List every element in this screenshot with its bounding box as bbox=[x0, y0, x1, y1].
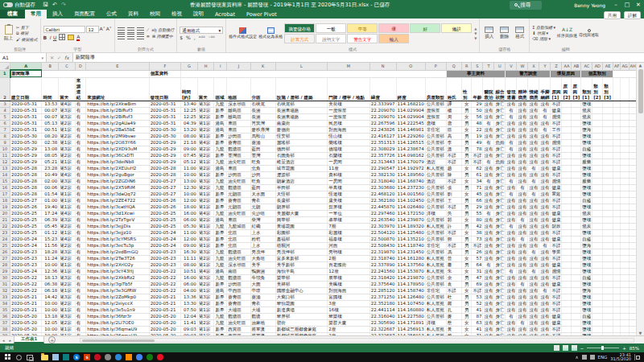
field-header-cell[interactable]: 房屋類型 bbox=[425, 77, 446, 101]
grid-cell[interactable]: 2020-05-22 bbox=[10, 274, 42, 281]
column-header-AA[interactable]: AA bbox=[562, 63, 572, 70]
grid-cell[interactable]: 沒有 bbox=[483, 255, 494, 261]
align-right-icon[interactable] bbox=[137, 34, 144, 39]
field-header-cell[interactable]: 分區 bbox=[250, 77, 275, 101]
grid-cell[interactable] bbox=[562, 223, 572, 229]
redo-icon[interactable]: ↷ bbox=[61, 2, 66, 8]
grid-cell[interactable]: 墮樓 bbox=[581, 171, 592, 178]
grid-cell[interactable]: 沒有 bbox=[528, 281, 539, 287]
grid-cell[interactable]: 不詳 bbox=[551, 120, 562, 126]
grid-cell[interactable] bbox=[572, 158, 581, 165]
grid-cell[interactable]: 身亡 bbox=[494, 113, 506, 120]
tab-校閱[interactable]: 校閱 bbox=[144, 10, 166, 19]
grid-cell[interactable]: 第1宗 bbox=[197, 223, 214, 229]
delete-cells-button[interactable]: 刪除 bbox=[497, 20, 511, 46]
grid-cell[interactable]: 元朗 bbox=[250, 204, 275, 210]
grid-cell[interactable]: 沒有 bbox=[539, 319, 551, 326]
grid-cell[interactable]: 沒有 bbox=[539, 178, 551, 184]
grid-cell[interactable]: 墮樓 bbox=[581, 306, 592, 313]
grid-cell[interactable]: 有 bbox=[517, 184, 528, 191]
grid-cell[interactable]: 墮樓 bbox=[581, 229, 592, 236]
field-header-cell[interactable]: 精神 病患 bbox=[517, 77, 528, 101]
grid-cell[interactable]: 12:36 bbox=[42, 268, 59, 274]
field-header-cell[interactable] bbox=[613, 77, 621, 101]
grid-cell[interactable]: 新界 bbox=[214, 236, 227, 242]
italic-button[interactable]: I bbox=[49, 35, 51, 40]
increase-decimal-icon[interactable]: ⁺⁰⁰ bbox=[199, 35, 205, 40]
tray-chevron-icon[interactable]: ∧ bbox=[575, 355, 578, 360]
grid-cell[interactable]: 114.153870 bbox=[396, 268, 425, 274]
grid-cell[interactable]: 墮樓 bbox=[581, 120, 592, 126]
grid-cell[interactable]: 有 bbox=[75, 306, 85, 313]
grid-cell[interactable]: 05:30 bbox=[181, 223, 198, 229]
grid-cell[interactable]: 墮海 bbox=[581, 242, 592, 249]
grid-cell[interactable]: 2020-05-21 bbox=[10, 300, 42, 306]
column-header-A[interactable]: A bbox=[10, 63, 42, 70]
field-header-cell[interactable]: 時間 bbox=[42, 77, 59, 101]
row-header[interactable]: 18 bbox=[0, 197, 10, 204]
grid-cell[interactable]: 賀屏樓 bbox=[328, 204, 370, 210]
grid-cell[interactable]: 2020-05-28 bbox=[10, 178, 42, 184]
grid-cell[interactable]: 尖沙咀 bbox=[250, 210, 275, 216]
grid-cell[interactable]: https://bit.ly/2TzTgeV bbox=[86, 216, 149, 223]
grid-cell[interactable]: 第5宗 bbox=[59, 165, 76, 171]
grid-cell[interactable]: 22.375640 bbox=[369, 281, 396, 287]
zoom-slider-thumb[interactable] bbox=[601, 346, 604, 350]
grid-cell[interactable] bbox=[621, 171, 629, 178]
grid-cell[interactable]: 第3宗 bbox=[197, 294, 214, 300]
comma-format-icon[interactable]: , bbox=[194, 35, 196, 40]
grid-cell[interactable]: 第2宗 bbox=[59, 120, 76, 126]
grid-cell[interactable]: 沙田區 bbox=[227, 281, 250, 287]
grid-cell[interactable] bbox=[592, 268, 603, 274]
row-header[interactable]: 27 bbox=[0, 255, 10, 261]
grid-cell[interactable]: 有 bbox=[75, 165, 85, 171]
grid-cell[interactable]: 海怡半島 bbox=[275, 268, 327, 274]
grid-cell[interactable]: 2020-05-22 bbox=[149, 287, 180, 294]
grid-cell[interactable]: 沒有 bbox=[483, 101, 494, 107]
grid-cell[interactable]: 38 bbox=[472, 229, 483, 236]
grid-cell[interactable] bbox=[572, 261, 581, 268]
grid-cell[interactable]: 2020-05-28 bbox=[10, 171, 42, 178]
grid-cell[interactable]: 06:18 bbox=[42, 287, 59, 294]
grid-cell[interactable] bbox=[592, 126, 603, 133]
grid-cell[interactable]: 19:40 bbox=[42, 204, 59, 210]
grid-cell[interactable] bbox=[603, 332, 613, 335]
grid-cell[interactable] bbox=[562, 261, 572, 268]
grid-cell[interactable]: 2020-05-27 bbox=[149, 184, 180, 191]
grid-cell[interactable]: 恆安邨 bbox=[275, 133, 327, 139]
grid-cell[interactable]: 福泰樓 bbox=[328, 236, 370, 242]
grid-cell[interactable]: 00:07 bbox=[42, 107, 59, 113]
grid-cell[interactable]: 九龍 bbox=[214, 158, 227, 165]
grid-cell[interactable]: 富多來新邨 bbox=[275, 255, 327, 261]
merge-center-button[interactable]: ⊞ 跨欄置中 bbox=[152, 34, 173, 39]
grid-cell[interactable]: 沒有 bbox=[528, 223, 539, 229]
grid-cell[interactable]: 北區 bbox=[227, 242, 250, 249]
insert-cells-button[interactable]: 插入 bbox=[482, 20, 496, 46]
cell-style-chip[interactable]: 警告文字 bbox=[347, 34, 378, 43]
grid-cell[interactable]: 沒有 bbox=[506, 229, 517, 236]
grid-cell[interactable]: 感情 bbox=[551, 268, 562, 274]
zoom-level[interactable]: 85% bbox=[630, 346, 639, 351]
grid-cell[interactable] bbox=[603, 287, 613, 294]
grid-cell[interactable]: 第4宗 bbox=[197, 268, 214, 274]
row-header[interactable]: 39 bbox=[0, 332, 10, 335]
grid-cell[interactable]: 麗瑤邨 bbox=[275, 139, 327, 146]
grid-cell[interactable]: 九龍 bbox=[214, 101, 227, 107]
grid-cell[interactable]: 沒有 bbox=[528, 139, 539, 146]
grid-cell[interactable] bbox=[621, 204, 629, 210]
grid-cell[interactable]: 公共屋邨 bbox=[425, 216, 446, 223]
column-header-N[interactable]: N bbox=[369, 63, 396, 70]
grid-cell[interactable]: 油尖旺區 bbox=[227, 158, 250, 165]
grid-cell[interactable]: 新界 bbox=[214, 133, 227, 139]
grid-cell[interactable]: 沒有 bbox=[528, 158, 539, 165]
grid-cell[interactable]: 有 bbox=[539, 107, 551, 113]
grid-cell[interactable]: 沒有 bbox=[528, 274, 539, 281]
grid-cell[interactable] bbox=[603, 197, 613, 204]
file-explorer-icon[interactable] bbox=[41, 355, 48, 360]
grid-cell[interactable]: 九龍 bbox=[214, 249, 227, 255]
grid-cell[interactable]: 公共屋邨 bbox=[425, 191, 446, 197]
grid-cell[interactable]: 23:28 bbox=[42, 165, 59, 171]
grid-cell[interactable] bbox=[572, 229, 581, 236]
grid-cell[interactable]: 新界 bbox=[214, 306, 227, 313]
grid-cell[interactable]: 2020-05-23 bbox=[149, 261, 180, 268]
